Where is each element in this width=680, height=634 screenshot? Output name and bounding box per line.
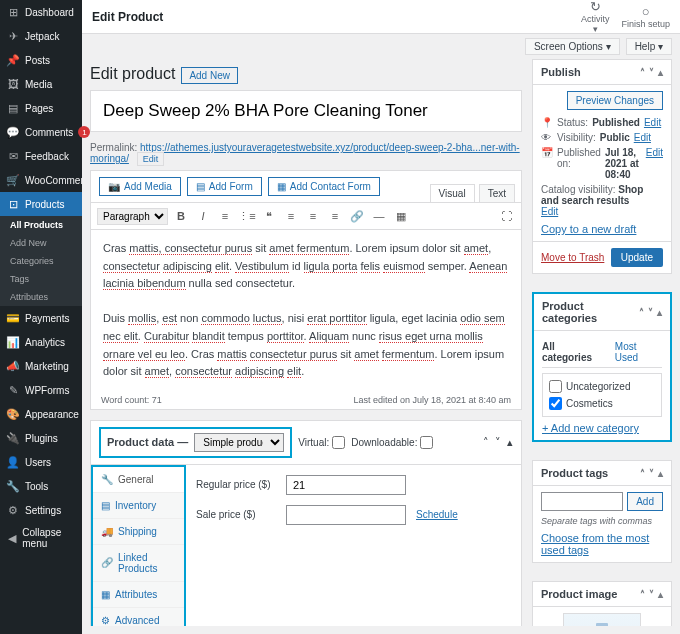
format-select[interactable]: Paragraph xyxy=(97,208,168,225)
sidebar-item-media[interactable]: 🖼Media xyxy=(0,72,82,96)
add-tag-button[interactable]: Add xyxy=(627,492,663,511)
content-editor[interactable]: Cras mattis, consectetur purus sit amet … xyxy=(91,230,521,391)
pd-tab-inventory[interactable]: ▤Inventory xyxy=(93,493,184,519)
sidebar-item-products[interactable]: ⊡Products xyxy=(0,192,82,216)
finish-setup-button[interactable]: ○Finish setup xyxy=(621,4,670,29)
pd-tab-advanced[interactable]: ⚙Advanced xyxy=(93,608,184,626)
sale-price-label: Sale price ($) xyxy=(196,509,276,520)
more-icon[interactable]: — xyxy=(370,207,388,225)
sidebar-item-jetpack[interactable]: ✈Jetpack xyxy=(0,24,82,48)
pin-icon: 📍 xyxy=(541,117,553,128)
preview-changes-button[interactable]: Preview Changes xyxy=(567,91,663,110)
fullscreen-icon[interactable]: ⛶ xyxy=(497,207,515,225)
update-button[interactable]: Update xyxy=(611,248,663,267)
sidebar-item-woocommerce[interactable]: 🛒WooCommerce xyxy=(0,168,82,192)
add-new-button[interactable]: Add New xyxy=(181,67,238,84)
menu-icon: 📌 xyxy=(6,53,20,67)
sidebar-item-dashboard[interactable]: ⊞Dashboard xyxy=(0,0,82,24)
sidebar-item-marketing[interactable]: 📣Marketing xyxy=(0,354,82,378)
tab-text[interactable]: Text xyxy=(479,184,515,202)
menu-icon: ✈ xyxy=(6,29,20,43)
add-contact-form-button[interactable]: ▦Add Contact Form xyxy=(268,177,380,196)
sidebar-item-comments[interactable]: 💬Comments1 xyxy=(0,120,82,144)
admin-sidebar: ⊞Dashboard✈Jetpack📌Posts🖼Media▤Pages💬Com… xyxy=(0,0,82,634)
sidebar-item-settings[interactable]: ⚙Settings xyxy=(0,498,82,522)
product-image-thumb[interactable] xyxy=(563,613,641,626)
toolbar-toggle-icon[interactable]: ▦ xyxy=(392,207,410,225)
cat-tab-all[interactable]: All categories xyxy=(542,341,607,363)
sidebar-item-users[interactable]: 👤Users xyxy=(0,450,82,474)
menu-icon: 📊 xyxy=(6,335,20,349)
pd-tab-attributes[interactable]: ▦Attributes xyxy=(93,582,184,608)
subitem-attributes[interactable]: Attributes xyxy=(0,288,82,306)
tab-icon: 🔧 xyxy=(101,474,113,485)
chevron-down-icon[interactable]: ˅ xyxy=(495,436,501,449)
tab-visual[interactable]: Visual xyxy=(430,184,475,202)
camera-icon: 📷 xyxy=(108,181,120,192)
align-center-icon[interactable]: ≡ xyxy=(304,207,322,225)
sidebar-item-payments[interactable]: 💳Payments xyxy=(0,306,82,330)
quote-icon[interactable]: ❝ xyxy=(260,207,278,225)
menu-icon: 🖼 xyxy=(6,77,20,91)
schedule-link[interactable]: Schedule xyxy=(416,509,458,520)
tab-icon: ▤ xyxy=(101,500,110,511)
move-to-trash-link[interactable]: Move to Trash xyxy=(541,252,604,263)
sidebar-item-wpforms[interactable]: ✎WPForms xyxy=(0,378,82,402)
published-edit-link[interactable]: Edit xyxy=(646,147,663,158)
subitem-tags[interactable]: Tags xyxy=(0,270,82,288)
chevron-up-icon[interactable]: ˄ xyxy=(483,436,489,449)
catvis-edit-link[interactable]: Edit xyxy=(541,206,558,217)
italic-icon[interactable]: I xyxy=(194,207,212,225)
sidebar-item-pages[interactable]: ▤Pages xyxy=(0,96,82,120)
sidebar-item-analytics[interactable]: 📊Analytics xyxy=(0,330,82,354)
pd-tab-general[interactable]: 🔧General xyxy=(93,467,184,493)
sidebar-item-feedback[interactable]: ✉Feedback xyxy=(0,144,82,168)
add-media-button[interactable]: 📷Add Media xyxy=(99,177,181,196)
pd-tab-linked-products[interactable]: 🔗Linked Products xyxy=(93,545,184,582)
status-edit-link[interactable]: Edit xyxy=(644,117,661,128)
add-form-button[interactable]: ▤Add Form xyxy=(187,177,262,196)
link-icon[interactable]: 🔗 xyxy=(348,207,366,225)
collapse-icon[interactable]: ▴ xyxy=(507,436,513,449)
menu-icon: 👤 xyxy=(6,455,20,469)
sidebar-item-tools[interactable]: 🔧Tools xyxy=(0,474,82,498)
sidebar-item-appearance[interactable]: 🎨Appearance xyxy=(0,402,82,426)
menu-icon: ⊞ xyxy=(6,5,20,19)
screen-options-button[interactable]: Screen Options ▾ xyxy=(525,38,620,55)
activity-button[interactable]: ↻Activity▾ xyxy=(581,0,610,34)
align-left-icon[interactable]: ≡ xyxy=(282,207,300,225)
align-right-icon[interactable]: ≡ xyxy=(326,207,344,225)
topbar: Edit Product ↻Activity▾ ○Finish setup xyxy=(82,0,680,34)
number-list-icon[interactable]: ⋮≡ xyxy=(238,207,256,225)
bold-icon[interactable]: B xyxy=(172,207,190,225)
category-uncategorized[interactable]: Uncategorized xyxy=(549,378,655,395)
sidebar-item-plugins[interactable]: 🔌Plugins xyxy=(0,426,82,450)
bullet-list-icon[interactable]: ≡ xyxy=(216,207,234,225)
pd-tab-shipping[interactable]: 🚚Shipping xyxy=(93,519,184,545)
choose-tags-link[interactable]: Choose from the most used tags xyxy=(541,532,649,556)
virtual-checkbox[interactable]: Virtual: xyxy=(298,436,345,449)
menu-icon: 🔌 xyxy=(6,431,20,445)
category-cosmetics[interactable]: Cosmetics xyxy=(549,395,655,412)
visibility-edit-link[interactable]: Edit xyxy=(634,132,651,143)
add-category-link[interactable]: + Add new category xyxy=(542,422,639,434)
subitem-all-products[interactable]: All Products xyxy=(0,216,82,234)
collapse-menu[interactable]: ◀Collapse menu xyxy=(0,522,82,554)
activity-icon: ↻ xyxy=(590,0,601,14)
product-type-select[interactable]: Simple product xyxy=(194,433,284,452)
tag-input[interactable] xyxy=(541,492,623,511)
menu-icon: ✎ xyxy=(6,383,20,397)
subitem-add-new[interactable]: Add New xyxy=(0,234,82,252)
product-title-input[interactable] xyxy=(91,91,521,131)
copy-draft-link[interactable]: Copy to a new draft xyxy=(541,223,636,235)
downloadable-checkbox[interactable]: Downloadable: xyxy=(351,436,433,449)
sale-price-input[interactable] xyxy=(286,505,406,525)
subitem-categories[interactable]: Categories xyxy=(0,252,82,270)
regular-price-input[interactable] xyxy=(286,475,406,495)
help-button[interactable]: Help ▾ xyxy=(626,38,672,55)
cat-tab-most[interactable]: Most Used xyxy=(615,341,662,363)
product-data-label: Product data — xyxy=(107,436,188,448)
permalink-edit-button[interactable]: Edit xyxy=(137,152,165,166)
calendar-icon: 📅 xyxy=(541,147,553,158)
sidebar-item-posts[interactable]: 📌Posts xyxy=(0,48,82,72)
